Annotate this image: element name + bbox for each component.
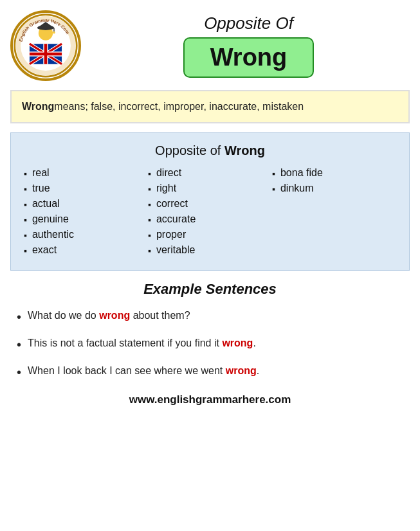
sentence-3: When I look back I can see where we went… xyxy=(17,363,403,382)
svg-rect-11 xyxy=(30,53,62,56)
list-item: veritable xyxy=(148,244,272,256)
website-url: www.englishgrammarhere.com xyxy=(10,393,410,406)
definition-box: Wrongmeans; false, incorrect, improper, … xyxy=(10,90,410,123)
list-item: accurate xyxy=(148,213,272,225)
list-item: actual xyxy=(24,198,148,210)
svg-point-17 xyxy=(53,32,55,34)
sentence-3-text: When I look back I can see where we went… xyxy=(28,363,259,379)
opposites-box: Opposite of Wrong real true actual genui… xyxy=(10,132,410,271)
list-item: right xyxy=(148,183,272,194)
list-item: correct xyxy=(148,198,272,210)
list-item: direct xyxy=(148,167,272,179)
column-1: real true actual genuine authentic exact xyxy=(24,167,148,260)
opposites-title: Opposite of Wrong xyxy=(24,143,396,158)
sentence-2: This is not a factual statement if you f… xyxy=(17,336,403,354)
title-area: Opposite Of Wrong xyxy=(81,14,410,78)
logo-svg: English Grammar Here.Com xyxy=(13,13,78,78)
sentence-1-text: What do we do wrong about them? xyxy=(28,308,190,323)
column-3: bona fide dinkum xyxy=(272,167,396,260)
header: English Grammar Here.Com Opposite Of Wro… xyxy=(10,10,410,81)
list-item: authentic xyxy=(24,229,148,240)
sentence-1: What do we do wrong about them? xyxy=(17,308,403,327)
main-word: Wrong xyxy=(183,37,315,78)
sentences-list: What do we do wrong about them? This is … xyxy=(10,308,410,382)
examples-section: Example Sentences What do we do wrong ab… xyxy=(10,281,410,382)
definition-meaning: means; false, incorrect, improper, inacc… xyxy=(54,101,304,112)
list-item: proper xyxy=(148,229,272,240)
logo: English Grammar Here.Com xyxy=(10,10,81,81)
list-item: true xyxy=(24,183,148,194)
sentence-2-text: This is not a factual statement if you f… xyxy=(28,336,256,351)
opposite-of-label: Opposite Of xyxy=(204,14,293,33)
column-2: direct right correct accurate proper ver… xyxy=(148,167,272,260)
definition-word: Wrong xyxy=(22,101,54,112)
columns: real true actual genuine authentic exact… xyxy=(24,167,396,260)
list-item: exact xyxy=(24,244,148,256)
list-item: dinkum xyxy=(272,183,396,194)
list-item: bona fide xyxy=(272,167,396,179)
list-item: real xyxy=(24,167,148,179)
examples-title: Example Sentences xyxy=(10,281,410,298)
list-item: genuine xyxy=(24,213,148,225)
